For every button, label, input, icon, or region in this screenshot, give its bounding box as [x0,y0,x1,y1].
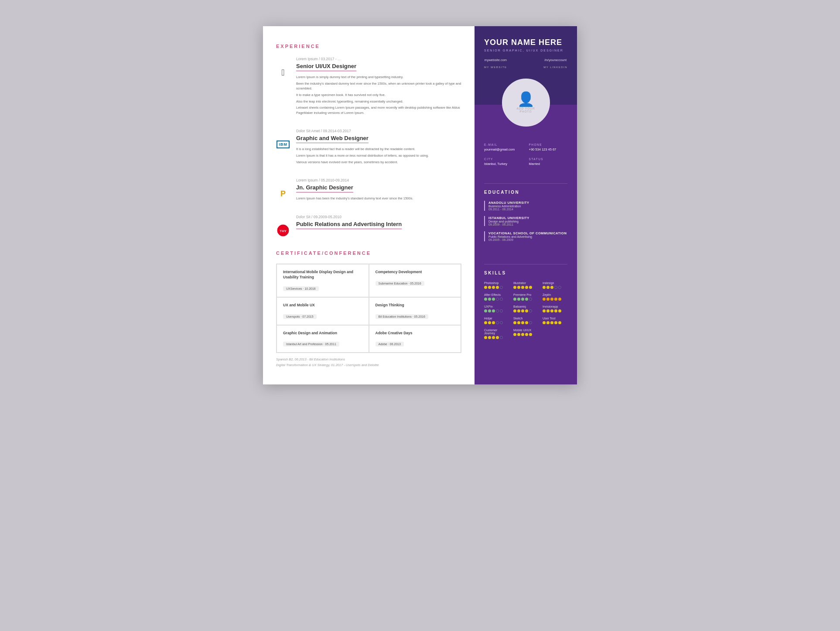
skill-dots-3 [484,298,509,301]
edu-field-2: Public Relations and Advertising [488,235,567,238]
edu-school-1: ISTANBUL UNIVERSITY [488,216,567,220]
dot-1-3 [525,286,528,289]
skill-name-0: Photoshop [484,281,509,285]
dot-10-4 [529,321,532,324]
dot-7-0 [513,309,516,312]
apple-logo:  [276,65,290,79]
skill-item-0: Photoshop [484,281,509,289]
exp-item-ibm: IBM Dolor Sit Amet / 09.2014-03.2017 Gra… [276,129,461,166]
education-title: EDUCATION [484,190,567,195]
contact-grid: E-MAIL yourmail@gmail.com PHONE +90 534 … [484,143,567,166]
skill-dots-5 [543,298,567,301]
skills-title: SKILLS [484,271,567,275]
dot-1-2 [521,286,524,289]
dot-10-2 [521,321,524,324]
dot-6-1 [488,309,491,312]
dot-13-3 [525,333,528,336]
dot-12-3 [496,336,499,339]
cert-badge-1: Submarine Education · 05.2016 [376,281,424,286]
skills-section: SKILLS PhotoshopIllustratorIndesignAfter… [475,254,577,385]
dot-2-4 [558,286,561,289]
exp-date-apple: Lorem Ipsum / 03.2017 - ... [296,57,461,61]
dot-11-1 [546,321,550,324]
dot-13-0 [513,333,516,336]
dot-4-0 [513,298,516,301]
skill-dots-1 [513,286,538,289]
dot-3-0 [484,298,487,301]
skill-dots-4 [513,298,538,301]
skill-name-5: Zeplin [543,293,567,296]
skill-name-11: User Test [543,317,567,320]
dot-9-1 [488,321,491,324]
exp-desc-p-1: Lorem Ipsum has been the industry's stan… [296,196,461,201]
skill-dots-7 [513,309,538,312]
skill-name-4: Premiere Pro [513,293,538,296]
cert-badge-3: Bil Education Institutions · 05.2016 [376,314,428,319]
spanish-text: Spanish B2, 06.2013 [276,357,307,361]
skill-name-7: Balsamiq [513,305,538,308]
exp-content-ibm: Dolor Sit Amet / 09.2014-03.2017 Graphic… [296,129,461,166]
skill-item-10: Sketch [513,317,538,324]
digital-text: Digital Transformation & UX Strategy, 01… [276,363,343,367]
edu-item-1: ISTANBUL UNIVERSITY Design and publishin… [484,216,567,226]
dot-5-1 [546,298,550,301]
svg-text:THY: THY [280,229,287,233]
exp-desc-apple-4: Also the leap into electronic typesettin… [296,99,461,104]
left-panel: EXPERIENCE  Lorem Ipsum / 03.2017 - ...… [263,26,475,384]
skill-dots-0 [484,286,509,289]
dot-9-2 [492,321,495,324]
dot-0-3 [496,286,499,289]
dot-0-1 [488,286,491,289]
edu-date-2: 09.2005 - 06.2009 [488,238,567,241]
exp-content-thy: Dolor Sit / 09.2009-05.2010 Public Relat… [296,215,461,237]
skill-name-9: Hotjar [484,317,509,320]
skill-name-2: Indesign [543,281,567,285]
dot-7-3 [525,309,528,312]
cert-badge-4: Istanbul Art and Profession · 05.2011 [283,342,339,346]
education-section: EDUCATION ANADOLU UNIVERSITY Business Ad… [475,174,577,254]
skill-item-7: Balsamiq [513,305,538,312]
language-spanish: Spanish B2, 06.2013 - Bil Education Inst… [276,357,461,361]
certificate-title: CERTIFICATE/CONFERENCE [276,250,461,256]
cert-cell-3: Design Thinking Bil Education Institutio… [369,297,461,325]
dot-1-4 [529,286,532,289]
dot-10-0 [513,321,516,324]
dot-7-1 [517,309,520,312]
dot-5-2 [550,298,553,301]
certificate-section: CERTIFICATE/CONFERENCE International Mob… [276,250,461,367]
dot-2-0 [543,286,546,289]
dot-8-3 [554,309,557,312]
exp-date-thy: Dolor Sit / 09.2009-05.2010 [296,215,461,219]
dot-7-4 [529,309,532,312]
exp-content-apple: Lorem Ipsum / 03.2017 - ... Senior UI/UX… [296,57,461,117]
dot-6-4 [500,309,503,312]
dot-11-2 [550,321,553,324]
dot-0-0 [484,286,487,289]
skill-item-13: Mobile UI/UX [513,329,538,339]
dot-2-1 [546,286,550,289]
skills-grid: PhotoshopIllustratorIndesignAfter Effect… [484,281,567,339]
skill-item-6: UXPin [484,305,509,312]
candidate-subtitle: SENIOR GRAPHIC, UI/UX DESGINER [484,49,567,52]
exp-desc-ibm-1: It is a long established fact that a rea… [296,147,461,152]
skill-dots-11 [543,321,567,324]
exp-content-p: Lorem Ipsum / 05.2010-09.2014 Jn. Graphi… [296,178,461,202]
website-link: mywebsite.com MY WEBSITE [484,58,507,70]
digital-inst: - Userspots and Deloitte [344,363,379,367]
dot-11-0 [543,321,546,324]
email-block: E-MAIL yourmail@gmail.com [484,143,523,151]
exp-item-p: P Lorem Ipsum / 05.2010-09.2014 Jn. Grap… [276,178,461,202]
website-label: MY WEBSITE [484,66,507,69]
email-label: E-MAIL [484,143,523,146]
cert-name-5: Adobe Creative Days [376,331,455,336]
exp-desc-ibm-2: Lorem Ipsum is that it has a more-or-les… [296,153,461,158]
exp-item-thy: THY Dolor Sit / 09.2009-05.2010 Public R… [276,215,461,237]
cert-badge-2: Userspots · 07.2015 [283,314,317,319]
experience-title: EXPERIENCE [276,44,461,49]
dot-6-3 [496,309,499,312]
dot-8-1 [546,309,550,312]
skill-item-11: User Test [543,317,567,324]
exp-title-ibm: Graphic and Web Designer [296,135,369,143]
dot-0-4 [500,286,503,289]
cert-name-2: UX and Mobile UX [283,303,362,308]
